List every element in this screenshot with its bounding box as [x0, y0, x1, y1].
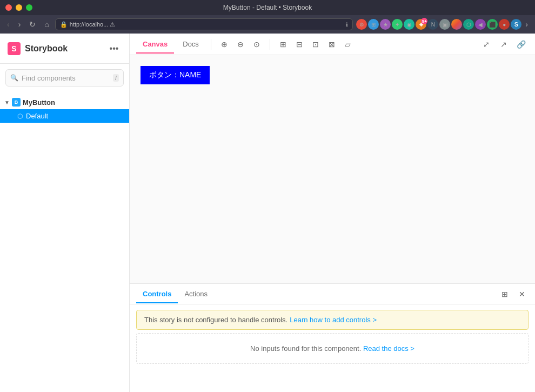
ext-icon-13[interactable]: ●: [499, 19, 510, 30]
forward-button[interactable]: ›: [16, 19, 24, 30]
sidebar-menu-button[interactable]: •••: [106, 41, 122, 56]
search-placeholder-text: Find components: [22, 74, 110, 82]
browser-extensions: ⚙ ⊞ ★ ✦ ◉ 9+ ◈ N ▣ ⬡ ◀ ⬛ ● S ›: [356, 19, 531, 30]
story-name: Default: [26, 112, 48, 120]
close-button[interactable]: [5, 4, 12, 11]
ext-icon-5[interactable]: ◉: [404, 19, 414, 30]
window-title: MyButton - Default • Storybook: [223, 4, 312, 11]
search-bar[interactable]: 🔍 Find components /: [5, 69, 124, 87]
toolbar-divider-2: [270, 39, 270, 50]
chevron-down-icon: ▼: [4, 99, 10, 105]
warning-text: This story is not configured to handle c…: [144, 316, 287, 324]
component-icon: B: [12, 98, 21, 107]
border-icon: ⊡: [312, 40, 319, 49]
toolbar-view-controls: ⊞ ⊟ ⊡ ⊠ ▱: [276, 37, 356, 52]
tree-component-header[interactable]: ▼ B MyButton: [0, 95, 129, 109]
address-text: http://localho... ⚠: [70, 21, 344, 28]
back-button[interactable]: ‹: [4, 19, 12, 30]
story-icon: ⬡: [17, 112, 23, 120]
split-icon: ⊞: [501, 290, 508, 298]
expand-button[interactable]: ⤢: [479, 37, 494, 52]
ext-icon-7[interactable]: N: [427, 19, 438, 30]
reload-button[interactable]: ↻: [26, 19, 38, 30]
zoom-in-icon: ⊕: [221, 40, 228, 49]
close-icon: ✕: [519, 290, 525, 298]
layout-view-button[interactable]: ⊠: [324, 37, 339, 52]
toolbar-divider: [211, 39, 211, 50]
bottom-tab-right-actions: ⊞ ✕: [498, 288, 529, 301]
tab-controls[interactable]: Controls: [136, 285, 178, 303]
copy-link-button[interactable]: 🔗: [513, 37, 529, 52]
no-inputs-message: No inputs found for this component. Read…: [136, 333, 529, 364]
storybook-logo-icon: S: [8, 42, 21, 55]
image-icon: ⊞: [280, 40, 286, 49]
bottom-panel: Controls Actions ⊞ ✕ This story is not c…: [130, 284, 535, 392]
address-bar[interactable]: 🔒 http://localho... ⚠ ℹ: [55, 18, 353, 30]
border-view-button[interactable]: ⊡: [308, 37, 323, 52]
zoom-reset-icon: ⊙: [253, 40, 260, 49]
title-bar: MyButton - Default • Storybook: [0, 0, 535, 15]
security-icon: 🔒: [60, 21, 68, 28]
ext-icon-14[interactable]: S: [511, 19, 521, 30]
sidebar-logo: S Storybook: [8, 42, 68, 55]
search-icon: 🔍: [10, 74, 18, 82]
image-view-button[interactable]: ⊞: [276, 37, 291, 52]
app-container: S Storybook ••• 🔍 Find components / ▼ B …: [0, 34, 535, 392]
layout-icon: ⊠: [329, 40, 335, 49]
ext-icon-6[interactable]: 9+ ◈: [416, 19, 426, 30]
grid-icon: ⊟: [296, 40, 303, 49]
preview-button[interactable]: ボタン：NAME: [141, 66, 210, 84]
open-icon: ↗: [500, 40, 507, 49]
close-panel-button[interactable]: ✕: [516, 288, 529, 301]
minimize-button[interactable]: [16, 4, 22, 11]
no-inputs-text: No inputs found for this component.: [250, 344, 361, 353]
tab-actions[interactable]: Actions: [178, 285, 214, 303]
controls-warning-banner: This story is not configured to handle c…: [136, 310, 529, 330]
ext-icon-1[interactable]: ⚙: [356, 19, 367, 30]
tab-canvas[interactable]: Canvas: [136, 36, 174, 54]
device-icon: ▱: [345, 40, 351, 49]
nav-tree: ▼ B MyButton ⬡ Default: [0, 92, 129, 392]
info-icon: ℹ: [346, 22, 348, 28]
main-toolbar: Canvas Docs ⊕ ⊖ ⊙ ⊞ ⊟: [130, 34, 535, 55]
grid-view-button[interactable]: ⊟: [292, 37, 307, 52]
ext-icon-3[interactable]: ★: [380, 19, 391, 30]
device-view-button[interactable]: ▱: [340, 37, 356, 52]
ext-icon-12[interactable]: ⬛: [487, 19, 498, 30]
toolbar-right-actions: ⤢ ↗ 🔗: [479, 37, 529, 52]
link-icon: 🔗: [517, 40, 526, 49]
ext-icon-2[interactable]: ⊞: [368, 19, 379, 30]
zoom-in-button[interactable]: ⊕: [217, 37, 232, 52]
more-button[interactable]: ›: [523, 19, 531, 30]
zoom-reset-button[interactable]: ⊙: [249, 37, 264, 52]
nav-bar: ‹ › ↻ ⌂ 🔒 http://localho... ⚠ ℹ ⚙ ⊞ ★ ✦ …: [0, 15, 535, 34]
ext-icon-10[interactable]: ⬡: [463, 19, 474, 30]
canvas-area: ボタン：NAME: [130, 55, 535, 284]
home-button[interactable]: ⌂: [42, 19, 51, 30]
split-view-button[interactable]: ⊞: [498, 288, 511, 301]
expand-icon: ⤢: [483, 40, 490, 49]
search-shortcut-badge: /: [113, 74, 119, 82]
learn-controls-link[interactable]: Learn how to add controls >: [290, 316, 377, 324]
menu-dots-icon: •••: [110, 44, 119, 54]
window-controls: [5, 4, 32, 11]
sidebar: S Storybook ••• 🔍 Find components / ▼ B …: [0, 34, 130, 392]
storybook-logo-text: Storybook: [25, 44, 68, 54]
toolbar-zoom-controls: ⊕ ⊖ ⊙: [217, 37, 264, 52]
ext-icon-11[interactable]: ◀: [475, 19, 486, 30]
maximize-button[interactable]: [26, 4, 32, 11]
tree-component-mybutton: ▼ B MyButton ⬡ Default: [0, 95, 129, 123]
open-new-tab-button[interactable]: ↗: [496, 37, 511, 52]
zoom-out-icon: ⊖: [237, 40, 244, 49]
ext-icon-9[interactable]: [451, 19, 462, 30]
main-content: Canvas Docs ⊕ ⊖ ⊙ ⊞ ⊟: [130, 34, 535, 392]
tab-docs[interactable]: Docs: [176, 36, 205, 54]
component-name: MyButton: [23, 98, 55, 107]
ext-icon-4[interactable]: ✦: [392, 19, 403, 30]
tree-story-default[interactable]: ⬡ Default: [0, 109, 129, 123]
zoom-out-button[interactable]: ⊖: [233, 37, 248, 52]
sidebar-header: S Storybook •••: [0, 34, 129, 64]
read-docs-link[interactable]: Read the docs >: [363, 344, 414, 353]
ext-icon-8[interactable]: ▣: [439, 19, 450, 30]
browser-chrome: MyButton - Default • Storybook ‹ › ↻ ⌂ 🔒…: [0, 0, 535, 34]
